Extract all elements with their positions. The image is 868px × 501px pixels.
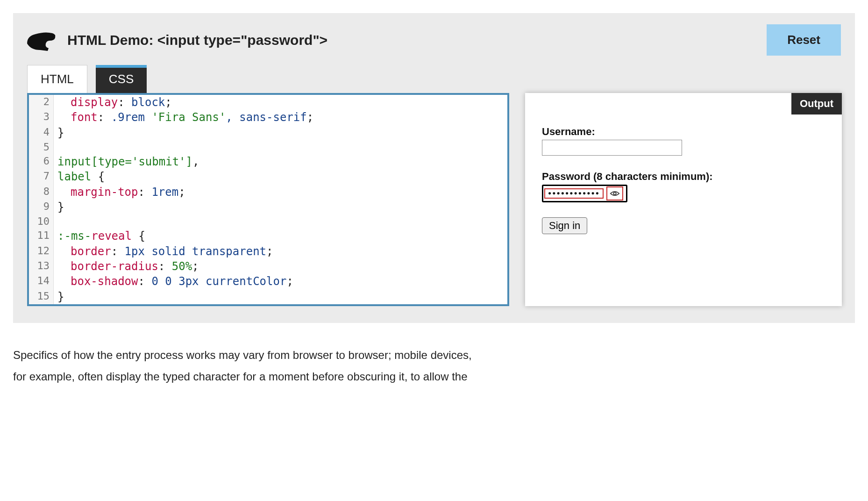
username-input[interactable] bbox=[542, 140, 682, 156]
demo-title: HTML Demo: <input type="password"> bbox=[67, 32, 327, 48]
code-line: 9} bbox=[29, 200, 507, 215]
line-number: 6 bbox=[29, 154, 54, 169]
svg-point-0 bbox=[613, 192, 616, 195]
line-number: 3 bbox=[29, 110, 54, 125]
line-number: 13 bbox=[29, 259, 54, 274]
line-number: 9 bbox=[29, 200, 54, 215]
prose-line-2: for example, often display the typed cha… bbox=[13, 366, 855, 387]
line-number: 12 bbox=[29, 244, 54, 259]
tab-css[interactable]: CSS bbox=[96, 65, 147, 93]
username-label: Username: bbox=[542, 126, 825, 138]
demo-panel: HTML Demo: <input type="password"> Reset… bbox=[13, 13, 855, 323]
code-line: 5 bbox=[29, 140, 507, 154]
code-line: 4} bbox=[29, 125, 507, 140]
code-content: display: block; bbox=[54, 95, 172, 110]
line-number: 4 bbox=[29, 125, 54, 140]
demo-header: HTML Demo: <input type="password"> Reset bbox=[13, 13, 855, 65]
password-input[interactable]: ●●●●●●●●●●●● bbox=[542, 185, 627, 202]
code-content: box-shadow: 0 0 3px currentColor; bbox=[54, 274, 293, 289]
code-content: } bbox=[54, 289, 64, 304]
code-content: font: .9rem 'Fira Sans', sans-serif; bbox=[54, 110, 313, 125]
sign-in-button[interactable]: Sign in bbox=[542, 217, 587, 234]
code-content bbox=[54, 140, 57, 154]
code-content: } bbox=[54, 125, 64, 140]
reveal-password-icon[interactable] bbox=[606, 186, 623, 200]
mdn-dino-logo-icon bbox=[26, 29, 56, 51]
code-tabs: HTML CSS bbox=[13, 65, 855, 93]
password-mask: ●●●●●●●●●●●● bbox=[544, 188, 604, 199]
code-content: } bbox=[54, 200, 64, 215]
line-number: 15 bbox=[29, 289, 54, 304]
line-number: 2 bbox=[29, 95, 54, 110]
output-panel: Output Username: Password (8 characters … bbox=[525, 93, 842, 306]
line-number: 14 bbox=[29, 274, 54, 289]
code-line: 3font: .9rem 'Fira Sans', sans-serif; bbox=[29, 110, 507, 125]
code-content: border: 1px solid transparent; bbox=[54, 244, 273, 259]
page-prose: Specifics of how the entry process works… bbox=[0, 336, 868, 387]
code-line: 7label { bbox=[29, 169, 507, 184]
output-tag: Output bbox=[791, 93, 842, 115]
code-line: 14box-shadow: 0 0 3px currentColor; bbox=[29, 274, 507, 289]
tab-html[interactable]: HTML bbox=[27, 65, 87, 93]
code-line: 10 bbox=[29, 215, 507, 229]
prose-line-1: Specifics of how the entry process works… bbox=[13, 344, 855, 366]
line-number: 5 bbox=[29, 140, 54, 154]
line-number: 10 bbox=[29, 215, 54, 229]
line-number: 8 bbox=[29, 185, 54, 200]
line-number: 7 bbox=[29, 169, 54, 184]
code-content: input[type='submit'], bbox=[54, 154, 199, 169]
code-line: 8margin-top: 1rem; bbox=[29, 185, 507, 200]
code-editor[interactable]: 2display: block;3font: .9rem 'Fira Sans'… bbox=[27, 93, 509, 306]
line-number: 11 bbox=[29, 229, 54, 243]
reset-button[interactable]: Reset bbox=[767, 24, 841, 56]
code-content: :-ms-reveal { bbox=[54, 229, 145, 243]
code-content: margin-top: 1rem; bbox=[54, 185, 185, 200]
code-line: 2display: block; bbox=[29, 95, 507, 110]
code-content: border-radius: 50%; bbox=[54, 259, 199, 274]
code-content bbox=[54, 215, 57, 229]
code-line: 13border-radius: 50%; bbox=[29, 259, 507, 274]
code-content: label { bbox=[54, 169, 105, 184]
code-line: 12border: 1px solid transparent; bbox=[29, 244, 507, 259]
code-line: 15} bbox=[29, 289, 507, 304]
code-line: 6input[type='submit'], bbox=[29, 154, 507, 169]
code-line: 11:-ms-reveal { bbox=[29, 229, 507, 243]
password-label: Password (8 characters minimum): bbox=[542, 171, 825, 183]
